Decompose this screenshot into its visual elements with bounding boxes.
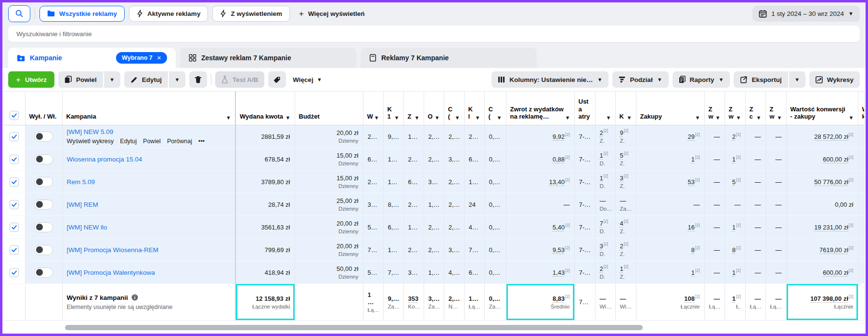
chevron-down-icon: ▼ (285, 115, 291, 121)
cell-select[interactable] (4, 171, 25, 193)
reports-button[interactable]: Raporty ▼ (673, 71, 730, 88)
date-range-picker[interactable]: 1 sty 2024 – 30 wrz 2024 ▼ (752, 6, 860, 22)
column-header[interactable]: C (▼ (444, 92, 464, 125)
metric-value: 0,00 zł (835, 201, 853, 208)
column-header[interactable]: Z w▼ (765, 92, 786, 125)
export-dropdown[interactable]: ▼ (789, 71, 805, 88)
campaign-link[interactable]: [WM] NEW llo (67, 224, 231, 231)
select-all-checkbox[interactable] (10, 111, 19, 120)
column-header[interactable]: Z w▼ (704, 92, 725, 125)
delete-button[interactable] (189, 71, 207, 88)
row-action[interactable]: Edytuj (120, 138, 137, 145)
metric-value: — (776, 178, 782, 186)
campaign-toggle[interactable] (34, 132, 53, 142)
cell-select[interactable] (4, 148, 25, 171)
info-icon[interactable] (131, 294, 138, 301)
cell-select[interactable] (4, 193, 25, 216)
metric-value: 107 398,00 zł (810, 295, 848, 302)
campaign-link[interactable]: Rem 5.09 (67, 178, 231, 186)
more-actions-button[interactable]: ••• (198, 138, 205, 145)
cell-select[interactable] (4, 239, 25, 261)
cell-select[interactable] (4, 125, 25, 148)
campaign-link[interactable]: [WM] Promocja Walentynkowa (67, 269, 231, 276)
campaign-toggle[interactable] (34, 177, 53, 187)
column-header[interactable]: C (▼ (484, 92, 506, 125)
campaigns-table: Wył. / Wł.Kampania▼Wydana kwota▼BudżetW▼… (4, 91, 865, 321)
cell-roas: — (506, 193, 574, 216)
campaign-toggle[interactable] (34, 245, 53, 255)
filter-with-delivery[interactable]: Z wyświetleniem (212, 6, 290, 22)
filter-all-ads[interactable]: Wszystkie reklamy (39, 6, 125, 22)
filter-active-ads[interactable]: Aktywne reklamy (129, 6, 208, 22)
search-button[interactable] (8, 5, 30, 22)
metric-value: — (776, 224, 782, 231)
column-header[interactable]: ▼ (595, 92, 615, 125)
tab-kampanie[interactable]: Kampanie Wybrano 7 ✕ (8, 48, 176, 68)
tag-button[interactable] (268, 71, 286, 88)
estimate-marker: [2] (604, 264, 608, 269)
campaign-link[interactable]: [WM] REM (67, 201, 231, 208)
row-checkbox[interactable] (10, 245, 19, 255)
column-header[interactable]: Z▼ (403, 92, 424, 125)
more-label: Więcej (293, 76, 313, 83)
cell-select[interactable] (4, 261, 25, 284)
column-header-label: Z w (770, 106, 776, 121)
campaign-link[interactable]: [WM] Promocja Wiosenna-REM (67, 246, 231, 254)
row-checkbox[interactable] (10, 200, 19, 209)
tab-zestawy-reklam[interactable]: Zestawy reklam 7 Kampanie (180, 48, 356, 68)
metric-sublabel: Za… (428, 304, 440, 309)
column-header[interactable]: K▼ (615, 92, 636, 125)
campaign-toggle[interactable] (34, 154, 53, 164)
campaign-toggle[interactable] (34, 222, 53, 232)
row-checkbox[interactable] (10, 268, 19, 277)
campaign-link[interactable]: Wiosenna promocja 15.04 (67, 156, 231, 163)
campaign-toggle[interactable] (34, 200, 53, 210)
cell-metric-truncated: — (765, 261, 786, 284)
duplicate-button[interactable]: Powiel (58, 71, 103, 88)
column-header[interactable]: Kampania▼ (62, 92, 235, 125)
cell-select[interactable] (4, 216, 25, 239)
metric-sublabel: Dzienny (299, 228, 359, 234)
chevron-down-icon: ▼ (794, 77, 800, 82)
column-header[interactable]: Zwrot z wydatków na reklamę…▼ (506, 92, 574, 125)
horizontal-scrollbar[interactable] (65, 325, 643, 330)
row-checkbox[interactable] (10, 155, 19, 164)
close-icon[interactable]: ✕ (157, 55, 161, 61)
column-header[interactable]: Wartość konwersji - zakupy▼ (786, 92, 858, 125)
column-header[interactable]: Wydana kwota▼ (235, 92, 295, 125)
row-checkbox[interactable] (10, 177, 19, 187)
edit-dropdown[interactable]: ▼ (169, 71, 185, 88)
tab-reklamy[interactable]: Reklamy 7 Kampanie (361, 48, 537, 68)
cell-metric-truncated: 1… (383, 239, 403, 261)
select-all-header[interactable] (4, 92, 25, 125)
search-filter-input[interactable]: Wyszukiwanie i filtrowanie (8, 26, 860, 42)
metric-value: 2,… (449, 295, 460, 302)
row-action[interactable]: Powiel (143, 138, 161, 145)
columns-button[interactable]: Kolumny: Ustawienie nie… ▼ (492, 71, 609, 88)
more-views-button[interactable]: + Więcej wyświetleń (294, 10, 370, 18)
campaign-toggle[interactable] (34, 268, 53, 278)
create-button[interactable]: + Utwórz (8, 71, 54, 88)
row-checkbox[interactable] (10, 223, 19, 232)
selected-count-badge[interactable]: Wybrano 7 ✕ (116, 52, 167, 64)
metric-sublabel: Średnio (511, 304, 570, 309)
column-header[interactable]: O▼ (424, 92, 444, 125)
row-action[interactable]: Porównaj (167, 138, 192, 145)
campaign-link[interactable]: [WM] NEW 5.09 (67, 128, 231, 135)
duplicate-dropdown[interactable]: ▼ (104, 71, 120, 88)
export-button[interactable]: Eksportuj (734, 71, 788, 88)
charts-button[interactable]: Wykresy (809, 71, 860, 88)
column-header[interactable]: Z c▼ (745, 92, 765, 125)
row-action[interactable]: Wyświetl wykresy (67, 138, 114, 145)
edit-button[interactable]: Edytuj (124, 71, 168, 88)
more-button[interactable]: Więcej ▼ (290, 76, 325, 84)
column-header[interactable]: K 1▼ (383, 92, 403, 125)
breakdown-button[interactable]: Podział ▼ (612, 71, 668, 88)
column-header[interactable]: Zakupy▼ (636, 92, 704, 125)
column-header[interactable]: Z w▼ (725, 92, 745, 125)
column-header[interactable]: W▼ (363, 92, 383, 125)
column-header-label: Z w (729, 106, 735, 121)
column-header[interactable]: K l▼ (464, 92, 484, 125)
row-checkbox[interactable] (10, 132, 19, 141)
column-header-label: Budżet (299, 113, 320, 121)
